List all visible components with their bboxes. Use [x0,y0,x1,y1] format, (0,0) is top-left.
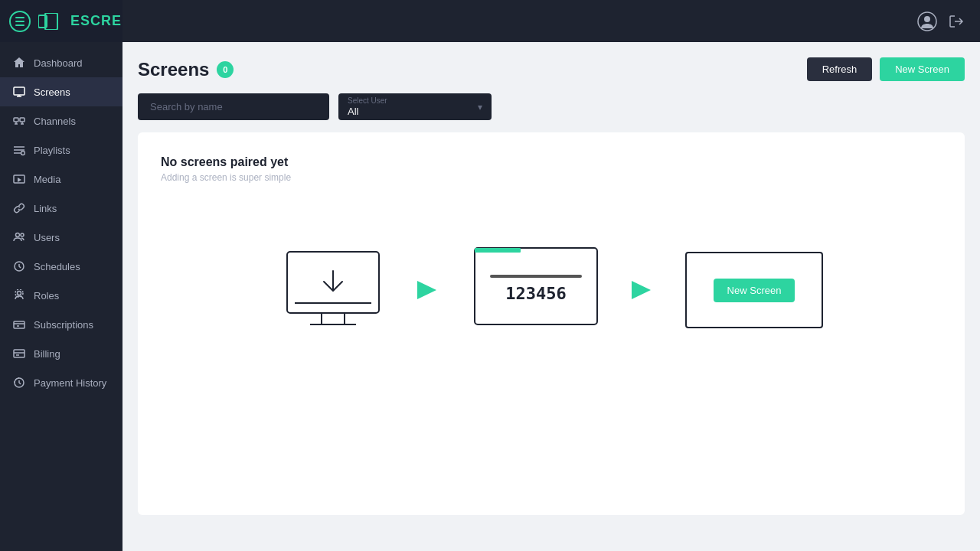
chevron-right-2-icon [628,275,658,305]
billing-icon [12,347,26,360]
svg-point-8 [21,233,24,236]
sidebar-item-screens-label: Screens [34,86,70,98]
sidebar-item-schedules-label: Schedules [34,261,80,272]
arrow1 [410,275,448,305]
sidebar-item-users-label: Users [34,232,60,243]
select-user-label: Select User [348,96,482,105]
filters-bar: Select User All ▾ [138,93,965,120]
page-title: Screens [138,59,209,80]
chevron-right-icon [413,275,444,305]
arrow2 [624,275,662,305]
svg-text:123456: 123456 [505,284,566,303]
history-icon [12,376,26,390]
subscriptions-icon [12,318,26,331]
svg-point-10 [18,292,21,295]
sidebar-item-billing[interactable]: Billing [0,339,122,368]
header-buttons: Refresh New Screen [807,57,965,81]
clock-icon [12,259,26,273]
logout-icon[interactable] [948,13,965,30]
sidebar-item-roles[interactable]: Roles [0,281,122,310]
step1-box [279,248,387,332]
sidebar-item-media-label: Media [34,174,60,185]
main-content: Screens 0 Refresh New Screen Select User… [122,0,980,551]
sidebar-item-media[interactable]: Media [0,165,122,194]
search-input[interactable] [138,93,329,120]
sidebar-item-screens[interactable]: Screens [0,77,122,106]
users-icon [12,230,26,244]
svg-point-7 [16,233,20,237]
roles-icon [12,289,26,302]
no-screens-subtitle: Adding a screen is super simple [161,172,942,183]
svg-rect-13 [14,350,24,357]
new-screen-header-button[interactable]: New Screen [880,57,965,81]
sidebar-item-schedules[interactable]: Schedules [0,252,122,281]
no-screens-title: No screens paired yet [161,155,942,169]
sidebar-item-dashboard-label: Dashboard [34,57,83,69]
new-screen-preview-box: New Screen [685,252,823,328]
sidebar-item-subscriptions-label: Subscriptions [34,319,93,331]
onboarding-illustration: 123456 New Screen [161,244,942,336]
install-screen-icon [279,248,387,332]
channels-icon [12,114,26,128]
svg-rect-12 [14,321,24,328]
select-user-dropdown[interactable]: Select User All ▾ [338,93,492,120]
topbar [122,0,980,42]
user-avatar-icon[interactable] [917,11,937,31]
sidebar-nav: Dashboard Screens Channels Playlists [0,42,122,551]
sidebar-item-billing-label: Billing [34,348,60,360]
sidebar-item-channels[interactable]: Channels [0,106,122,135]
page-content: Screens 0 Refresh New Screen Select User… [122,42,980,551]
step2-box: 123456 [471,244,601,336]
menu-button[interactable] [9,11,31,32]
sidebar-item-playlists[interactable]: Playlists [0,135,122,165]
sidebar-item-links-label: Links [34,203,57,214]
page-title-wrap: Screens 0 [138,59,234,80]
sidebar-item-subscriptions[interactable]: Subscriptions [0,310,122,339]
sidebar-item-users[interactable]: Users [0,223,122,252]
svg-marker-23 [632,281,651,299]
sidebar-item-dashboard[interactable]: Dashboard [0,48,122,77]
svg-marker-18 [417,281,436,299]
select-user-value: All [348,106,482,117]
list-icon [12,143,26,157]
tv-icon [12,85,26,99]
svg-rect-4 [20,118,24,122]
svg-rect-20 [475,248,521,253]
sidebar-item-payment-history[interactable]: Payment History [0,368,122,397]
media-icon [12,172,26,186]
link-icon [12,201,26,215]
sidebar-item-channels-label: Channels [34,116,76,127]
sidebar-header: ESCREEN [0,0,122,42]
home-icon [12,56,26,70]
sidebar-item-payment-history-label: Payment History [34,377,106,389]
svg-rect-2 [14,87,24,95]
content-card: No screens paired yet Adding a screen is… [138,132,965,515]
svg-point-5 [21,152,25,155]
svg-rect-21 [490,275,582,278]
sidebar-item-playlists-label: Playlists [34,145,70,156]
code-screen-icon: 123456 [471,244,601,336]
sidebar-item-links[interactable]: Links [0,194,122,223]
page-header: Screens 0 Refresh New Screen [138,57,965,81]
sidebar: ESCREEN Dashboard Screens Channels [0,0,122,551]
refresh-button[interactable]: Refresh [807,57,873,81]
new-screen-illustration-button[interactable]: New Screen [714,279,795,302]
chevron-down-icon: ▾ [478,102,482,112]
sidebar-item-roles-label: Roles [34,290,59,302]
svg-rect-3 [14,118,18,122]
screens-count-badge: 0 [217,61,234,78]
svg-point-16 [924,16,930,22]
step3-box: New Screen [685,252,823,328]
